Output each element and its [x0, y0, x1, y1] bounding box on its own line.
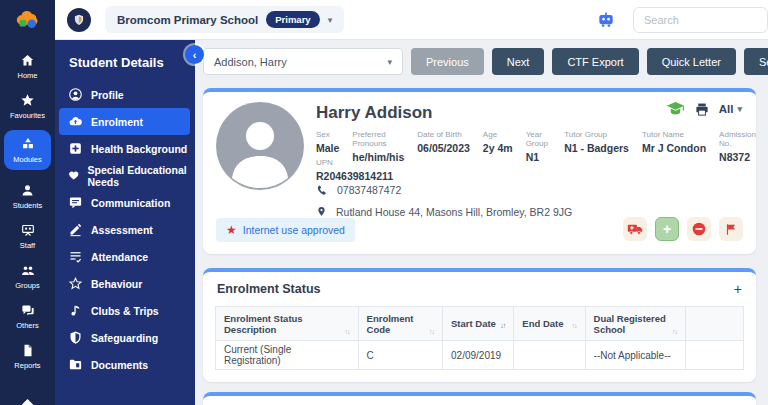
nav-item-safeguarding[interactable]: Safeguarding: [59, 324, 190, 351]
card-action-icons: +: [623, 217, 743, 241]
panel-title: Student Details: [55, 40, 195, 81]
assistant-bot-icon[interactable]: [595, 10, 617, 30]
nav-item-label: Health Background: [91, 143, 187, 155]
enrolment-status-table: Enrolment Status Description↑↓ Enrolment…: [215, 306, 744, 370]
col-header: Dual Registered School: [594, 313, 668, 335]
nav-item-behaviour[interactable]: Behaviour: [59, 270, 190, 297]
sidebar-item-students[interactable]: Students: [4, 183, 51, 210]
sidebar-item-groups[interactable]: Groups: [4, 263, 51, 290]
cell-end-date: [514, 341, 585, 370]
ctf-export-button[interactable]: CTF Export: [552, 48, 638, 75]
phone-number: 07837487472: [337, 184, 401, 196]
flag-icon: [724, 222, 738, 237]
send-sms-email-button[interactable]: Send SMS/Email: [744, 48, 768, 75]
nav-item-attendance[interactable]: Attendance: [59, 243, 190, 270]
sort-icon[interactable]: ↑↓: [672, 328, 677, 335]
sidebar-item-label: Home: [17, 71, 37, 80]
staff-board-icon: [20, 223, 36, 238]
nav-item-documents[interactable]: Documents: [59, 351, 190, 378]
folder-icon: [68, 357, 83, 372]
primary-sidebar: Home Favourites Modules Students Staff G…: [0, 0, 55, 405]
school-crest-icon: [67, 8, 91, 32]
internet-use-label: Internet use approved: [243, 224, 345, 236]
sidebar-item-label: Reports: [14, 361, 40, 370]
quick-letter-button[interactable]: Quick Letter: [647, 48, 736, 75]
section-title: Enrolment Status: [217, 282, 321, 296]
sidebar-item-label: Others: [16, 321, 39, 330]
nav-item-communication[interactable]: Communication: [59, 189, 190, 216]
contact-block: 07837487472 Rutland House 44, Masons Hil…: [316, 184, 572, 218]
cloud-upload-icon: [68, 114, 83, 129]
sidebar-item-staff[interactable]: Staff: [4, 223, 51, 250]
cell-enrolment-code: C: [358, 341, 442, 370]
sidebar-item-favourites[interactable]: Favourites: [4, 93, 51, 120]
avatar: [216, 102, 304, 190]
filter-all-dropdown[interactable]: All ▾: [719, 103, 742, 115]
sidebar-item-label: Groups: [15, 281, 40, 290]
internet-use-badge: ★ Internet use approved: [216, 218, 355, 242]
nav-item-health-background[interactable]: Health Background: [59, 135, 190, 162]
nav-item-sen[interactable]: Special Educational Needs: [59, 162, 190, 189]
location-pin-icon: [316, 205, 327, 218]
remove-button[interactable]: [687, 217, 711, 241]
phase-badge: Primary: [266, 11, 319, 28]
nav-item-label: Communication: [91, 197, 170, 209]
nav-item-profile[interactable]: Profile: [59, 81, 190, 108]
expand-section-button[interactable]: +: [734, 282, 742, 296]
star-outline-icon: [68, 276, 83, 291]
sort-icon[interactable]: ↑↓: [429, 328, 434, 335]
medical-transport-button[interactable]: [623, 217, 647, 241]
student-details-panel: ‹ Student Details Profile Enrolment Heal…: [55, 40, 195, 405]
next-button[interactable]: Next: [492, 48, 545, 75]
nav-item-clubs-trips[interactable]: Clubs & Trips: [59, 297, 190, 324]
sort-icon[interactable]: ↓↑: [500, 322, 505, 329]
sidebar-item-reports[interactable]: Reports: [4, 343, 51, 370]
groups-icon: [20, 263, 36, 278]
minus-circle-icon: [691, 221, 707, 237]
sidebar-item-modules[interactable]: Modules: [4, 130, 51, 170]
attendance-list-icon: [68, 249, 83, 264]
enrolment-status-card: Enrolment Status + Enrolment Status Desc…: [203, 268, 756, 382]
nav-item-label: Special Educational Needs: [88, 164, 191, 188]
field-year-group: Year Group N1: [526, 130, 552, 163]
field-admission-no: Admission No. N8372: [719, 130, 756, 163]
nav-item-label: Profile: [91, 89, 124, 101]
col-header: Start Date: [451, 318, 496, 329]
sort-icon[interactable]: ↑↓: [345, 328, 350, 335]
printer-icon[interactable]: [694, 102, 710, 117]
add-button[interactable]: +: [655, 217, 679, 241]
address-text: Rutland House 44, Masons Hill, Bromley, …: [336, 206, 572, 218]
sidebar-item-others[interactable]: Others: [4, 303, 51, 330]
graduation-cap-icon[interactable]: [666, 101, 685, 117]
field-date-of-birth: Date of Birth 06/05/2023: [417, 130, 470, 163]
student-selector-dropdown[interactable]: Addison, Harry ▾: [203, 48, 403, 75]
pencil-icon: [68, 222, 83, 237]
brand-logo[interactable]: [0, 0, 55, 40]
nav-item-label: Attendance: [91, 251, 148, 263]
col-header: Enrolment Code: [367, 313, 425, 335]
address-row: Rutland House 44, Masons Hill, Bromley, …: [316, 205, 572, 218]
cloud-logo-icon: [14, 10, 42, 30]
toolbar: Addison, Harry ▾ Previous Next CTF Expor…: [203, 48, 768, 75]
cell-dual-registered-school: --Not Applicable--: [585, 341, 685, 370]
table-header-row: Enrolment Status Description↑↓ Enrolment…: [216, 307, 744, 341]
sidebar-item-home[interactable]: Home: [4, 53, 51, 80]
star-icon: [20, 93, 35, 108]
col-header: Enrolment Status Description: [224, 313, 341, 335]
next-section-card: [203, 392, 756, 405]
nav-item-enrolment[interactable]: Enrolment: [59, 108, 190, 135]
nav-item-assessment[interactable]: Assessment: [59, 216, 190, 243]
chevron-down-icon: ▾: [328, 15, 333, 25]
flag-button[interactable]: [719, 217, 743, 241]
search-input[interactable]: [633, 7, 768, 33]
school-selector[interactable]: Bromcom Primary School Primary ▾: [105, 6, 344, 33]
previous-button[interactable]: Previous: [411, 48, 484, 75]
sidebar-item-label: Favourites: [10, 111, 45, 120]
home-icon: [20, 53, 35, 68]
clipped-sidebar-icon: [22, 399, 34, 405]
sort-icon[interactable]: ↑↓: [572, 322, 577, 329]
field-tutor-name: Tutor Name Mr J Condon: [642, 130, 706, 163]
red-star-icon: ★: [226, 223, 237, 237]
chevron-down-icon: ▾: [737, 104, 742, 114]
panel-collapse-button[interactable]: ‹: [185, 45, 204, 64]
